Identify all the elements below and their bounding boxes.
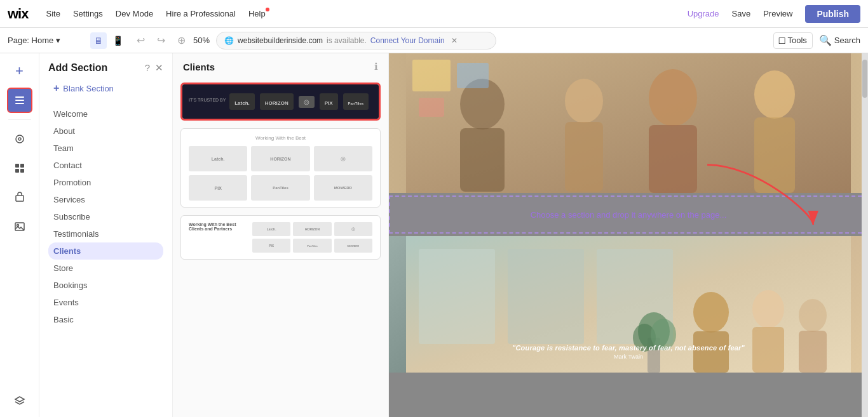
- preview-button[interactable]: Preview: [763, 9, 792, 18]
- scrollbar-thumb[interactable]: [862, 60, 867, 98]
- nav-clients[interactable]: Clients: [48, 242, 163, 260]
- nav-subscribe[interactable]: Subscribe: [48, 208, 163, 225]
- sidebar-divider: [8, 119, 31, 120]
- grid-cell-1: Latch.: [189, 146, 247, 171]
- svg-point-3: [16, 135, 24, 143]
- template-3-title: Working With the Best Clients and Partne…: [189, 222, 246, 231]
- info-icon[interactable]: ℹ: [374, 61, 378, 72]
- layers-icon[interactable]: [7, 387, 32, 412]
- svg-point-19: [754, 70, 795, 119]
- tools-button[interactable]: □ Tools: [773, 32, 813, 49]
- svg-point-32: [799, 299, 827, 332]
- device-toggle: 🖥 📱: [90, 32, 126, 49]
- templates-header: Clients ℹ: [173, 53, 388, 77]
- close-icon[interactable]: ✕: [155, 62, 163, 74]
- nav-basic[interactable]: Basic: [48, 311, 163, 328]
- help-icon[interactable]: ?: [145, 62, 150, 74]
- zoom-button[interactable]: ⊕: [173, 32, 189, 49]
- template-1[interactable]: IT'S TRUSTED BY Latch. HORIZON ◎ PIX Pan…: [180, 83, 381, 121]
- search-label: Search: [834, 36, 860, 45]
- chevron-down-icon: ▾: [56, 36, 60, 45]
- pages-icon[interactable]: [7, 88, 32, 113]
- logo-pantiles: PanTiles: [343, 93, 369, 110]
- nav-hire-professional[interactable]: Hire a Professional: [166, 9, 236, 18]
- nav-promotion[interactable]: Promotion: [48, 174, 163, 191]
- blank-section-button[interactable]: + Blank Section: [48, 79, 163, 98]
- scrollbar-track[interactable]: [862, 53, 868, 417]
- svg-rect-9: [16, 195, 24, 201]
- canvas-inner: Choose a section and drop it anywhere on…: [389, 53, 868, 417]
- search-icon: 🔍: [819, 34, 832, 46]
- template-3[interactable]: Working With the Best Clients and Partne…: [180, 215, 381, 260]
- top-navigation: wix Site Settings Dev Mode Hire a Profes…: [0, 0, 868, 28]
- svg-rect-14: [460, 128, 505, 192]
- nav-settings[interactable]: Settings: [73, 9, 103, 18]
- connect-domain-link[interactable]: Connect Your Domain: [370, 36, 445, 45]
- team-photo-section: [389, 53, 868, 193]
- plugins-icon[interactable]: [7, 185, 32, 210]
- nav-welcome[interactable]: Welcome: [48, 105, 163, 122]
- save-button[interactable]: Save: [732, 9, 751, 18]
- t3-logo-3: ◎: [334, 222, 372, 236]
- url-domain: websitebuilderinside.com: [238, 36, 323, 45]
- templates-panel: Clients ℹ IT'S TRUSTED BY Latch. HORIZON…: [173, 53, 389, 417]
- svg-point-17: [649, 69, 697, 126]
- t3-logo-1: Latch.: [252, 222, 290, 236]
- sidebar-icons: +: [0, 53, 39, 417]
- wix-logo: wix: [8, 6, 28, 22]
- svg-rect-6: [20, 164, 24, 168]
- app-market-icon[interactable]: [7, 156, 32, 181]
- nav-devmode[interactable]: Dev Mode: [116, 9, 153, 18]
- grid-cell-3: ◎: [314, 146, 372, 171]
- undo-button[interactable]: ↩: [132, 32, 149, 49]
- add-section-icon[interactable]: +: [7, 58, 32, 84]
- meeting-section: "Courage is resistance to fear, mastery …: [389, 236, 868, 373]
- search-button[interactable]: 🔍 Search: [819, 34, 860, 46]
- media-icon[interactable]: [7, 214, 32, 239]
- theme-icon[interactable]: [7, 126, 32, 152]
- svg-rect-25: [419, 249, 495, 344]
- template-3-text-col: Working With the Best Clients and Partne…: [189, 222, 246, 233]
- svg-point-28: [693, 292, 729, 333]
- upgrade-button[interactable]: Upgrade: [688, 9, 719, 18]
- nav-help[interactable]: Help: [248, 9, 266, 18]
- nav-contact[interactable]: Contact: [48, 157, 163, 174]
- nav-team[interactable]: Team: [48, 140, 163, 157]
- svg-rect-22: [457, 63, 489, 88]
- section-nav-menu: Welcome About Team Contact Promotion Ser…: [39, 105, 172, 417]
- canvas-area: Choose a section and drop it anywhere on…: [389, 53, 868, 417]
- panel-header-icons: ? ✕: [145, 62, 163, 74]
- url-bar: 🌐 websitebuilderinside.com is available.…: [216, 32, 496, 50]
- svg-point-4: [18, 138, 21, 140]
- panel-title: Add Section: [48, 62, 107, 74]
- mobile-view-button[interactable]: 📱: [109, 32, 126, 49]
- nav-events[interactable]: Events: [48, 294, 163, 311]
- nav-site[interactable]: Site: [46, 9, 60, 18]
- grid-cell-4: PIX: [189, 175, 247, 201]
- nav-bookings[interactable]: Bookings: [48, 277, 163, 294]
- url-close-icon[interactable]: ✕: [451, 36, 458, 45]
- publish-button[interactable]: Publish: [805, 5, 860, 23]
- nav-services[interactable]: Services: [48, 191, 163, 208]
- template-2[interactable]: Working With the Best Latch. HORIZON ◎ P…: [180, 128, 381, 208]
- globe-icon: 🌐: [224, 36, 234, 45]
- svg-rect-26: [508, 249, 584, 344]
- svg-rect-7: [15, 169, 19, 173]
- nav-store[interactable]: Store: [48, 260, 163, 277]
- template-2-preview: Working With the Best Latch. HORIZON ◎ P…: [181, 129, 380, 207]
- page-selector[interactable]: Page: Home ▾: [8, 36, 84, 45]
- nav-about[interactable]: About: [48, 122, 163, 140]
- drop-zone[interactable]: Choose a section and drop it anywhere on…: [389, 195, 868, 234]
- t3-logo-4: PIX: [252, 239, 290, 253]
- svg-rect-2: [15, 103, 24, 104]
- svg-rect-8: [20, 169, 24, 173]
- address-bar: Page: Home ▾ 🖥 📱 ↩ ↪ ⊕ 50% 🌐 websitebuil…: [0, 28, 868, 53]
- redo-button[interactable]: ↪: [153, 32, 169, 49]
- desktop-view-button[interactable]: 🖥: [90, 32, 107, 49]
- nav-testimonials[interactable]: Testimonials: [48, 225, 163, 242]
- logo-circle: ◎: [299, 96, 315, 108]
- svg-rect-5: [15, 164, 19, 168]
- svg-rect-0: [15, 96, 24, 98]
- team-photo-svg: [389, 53, 868, 193]
- logo-pix: PIX: [320, 93, 338, 110]
